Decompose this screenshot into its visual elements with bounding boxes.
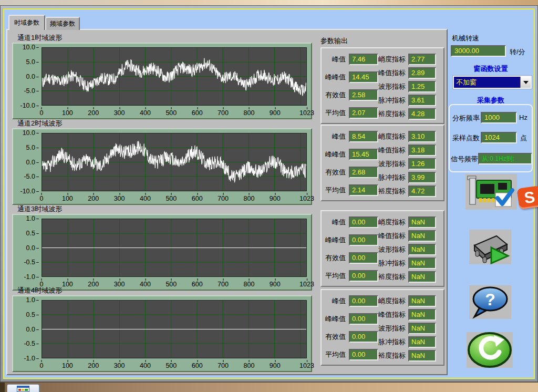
param-label: 脉冲指标: [370, 336, 406, 348]
sample-count-label: 采样点数: [452, 133, 480, 143]
param-label: 峰值指标: [370, 67, 406, 79]
param-value-indicator: 4.28: [408, 108, 436, 120]
param-label: 脉冲指标: [370, 95, 406, 106]
analysis-freq-label: 分析频率: [452, 114, 480, 123]
param-label: 平均值: [322, 184, 346, 196]
help-bubble-icon[interactable]: ?: [469, 285, 511, 319]
param-group-ch3: 峰值0.00峰峰值0.00有效值0.00平均值0.00峭度指标NaN峰值指标Na…: [320, 210, 444, 287]
param-label: 裕度指标: [370, 185, 406, 197]
param-label: 峰值: [322, 131, 346, 142]
param-label: 峰值指标: [370, 309, 406, 321]
param-value-indicator: 3.61: [408, 95, 436, 106]
screen: 时域参数 频域参数 通道1时域波形10.05.00.0-5.0-10.00100…: [0, 0, 538, 392]
param-label: 峰值: [322, 295, 346, 307]
param-label: 波形指标: [370, 244, 406, 255]
param-label: 峭度指标: [370, 295, 406, 307]
param-label: 峰峰值: [322, 149, 346, 160]
param-label: 峭度指标: [370, 131, 406, 142]
param-label: 有效值: [322, 89, 346, 101]
params-column: 峰值7.46峰峰值14.45有效值2.58平均值2.07峭度指标2.77峰值指标…: [7, 30, 447, 374]
chevron-down-icon[interactable]: [520, 77, 531, 88]
param-label: 裕度指标: [370, 108, 406, 120]
param-label: 波形指标: [370, 158, 406, 170]
refresh-icon[interactable]: [467, 332, 513, 368]
param-value-indicator: NaN: [408, 323, 436, 334]
param-label: 峰值: [322, 54, 346, 65]
param-group-ch2: 峰值8.54峰峰值15.45有效值2.68平均值2.14峭度指标3.10峰值指标…: [320, 125, 444, 201]
tab-page: 通道1时域波形10.05.00.0-5.0-10.001002003004005…: [6, 29, 448, 375]
param-value-indicator: 1.26: [408, 158, 436, 170]
taskbar: S ?: [0, 382, 538, 392]
speed-unit-label: 转/分: [510, 47, 525, 57]
param-group-ch1: 峰值7.46峰峰值14.45有效值2.58平均值2.07峭度指标2.77峰值指标…: [320, 47, 444, 124]
param-label: 峰值指标: [370, 230, 406, 242]
param-value-indicator: 1.25: [408, 81, 436, 92]
param-label: 波形指标: [370, 81, 406, 92]
svg-text:?: ?: [485, 290, 495, 309]
param-label: 峰值: [322, 216, 346, 228]
param-value-indicator: NaN: [408, 336, 436, 348]
param-value-indicator: NaN: [408, 271, 436, 283]
param-label: 脉冲指标: [370, 172, 406, 183]
param-label: 裕度指标: [370, 350, 406, 362]
desktop-strip: [0, 0, 538, 5]
tab-frequency-domain[interactable]: 频域参数: [45, 17, 80, 30]
param-label: 裕度指标: [370, 271, 406, 283]
param-label: 峰峰值: [322, 313, 346, 325]
param-value-indicator: NaN: [408, 244, 436, 255]
param-label: 平均值: [322, 107, 346, 119]
app-window-icon: [17, 386, 29, 392]
param-label: 峭度指标: [370, 54, 406, 65]
param-value-indicator: 4.72: [408, 185, 436, 197]
param-label: 脉冲指标: [370, 257, 406, 269]
param-label: 峰峰值: [322, 71, 346, 83]
screenshot-tool-badge[interactable]: S: [516, 185, 538, 210]
param-label: 峰值指标: [370, 145, 406, 156]
param-value-indicator: NaN: [408, 309, 436, 321]
analysis-freq-unit: Hz: [519, 114, 527, 121]
param-value-indicator: NaN: [408, 257, 436, 269]
param-value-indicator: NaN: [408, 230, 436, 242]
param-label: 有效值: [322, 167, 346, 178]
chip-run-icon[interactable]: [469, 230, 511, 264]
window-fn-dropdown[interactable]: 不加窗: [453, 76, 532, 89]
param-value-indicator: NaN: [408, 350, 436, 362]
sample-count-unit: 点: [520, 133, 527, 143]
param-label: 峭度指标: [370, 216, 406, 228]
param-label: 平均值: [322, 270, 346, 282]
param-value-indicator: NaN: [408, 295, 436, 307]
daq-card-check-icon[interactable]: [465, 174, 517, 210]
window-fn-selected-value: 不加窗: [456, 77, 477, 88]
acq-params-groupbox: 分析频率 1000 Hz 采样点数 1024 点 信号频带 从:0.1Hz到:: [449, 104, 533, 172]
sample-count-input[interactable]: 1024: [481, 132, 517, 143]
param-group-ch4: 峰值0.00峰峰值0.00有效值0.00平均值0.00峭度指标NaN峰值指标Na…: [320, 289, 444, 366]
signal-band-input[interactable]: 从:0.1Hz到:: [478, 153, 532, 164]
param-label: 有效值: [322, 331, 346, 343]
param-value-indicator: 2.77: [408, 54, 436, 65]
signal-band-label: 信号频带: [451, 154, 478, 164]
param-label: 有效值: [322, 252, 346, 264]
taskbar-left-edge: [0, 383, 5, 392]
param-value-indicator: 3.99: [408, 172, 436, 183]
tab-time-domain[interactable]: 时域参数: [8, 15, 45, 30]
taskbar-app-button[interactable]: [7, 384, 39, 392]
param-label: 波形指标: [370, 323, 406, 334]
window-fn-label: 窗函数设置: [451, 64, 531, 74]
speed-label: 机械转速: [452, 34, 479, 43]
analysis-freq-input[interactable]: 1000: [481, 112, 517, 123]
param-value-indicator: NaN: [408, 216, 436, 228]
param-label: 平均值: [322, 349, 346, 360]
param-value-indicator: 3.18: [408, 145, 436, 156]
param-value-indicator: 3.10: [408, 131, 436, 142]
param-value-indicator: 2.89: [408, 67, 436, 79]
speed-input[interactable]: 3000.00: [451, 45, 506, 57]
param-label: 峰峰值: [322, 234, 346, 246]
